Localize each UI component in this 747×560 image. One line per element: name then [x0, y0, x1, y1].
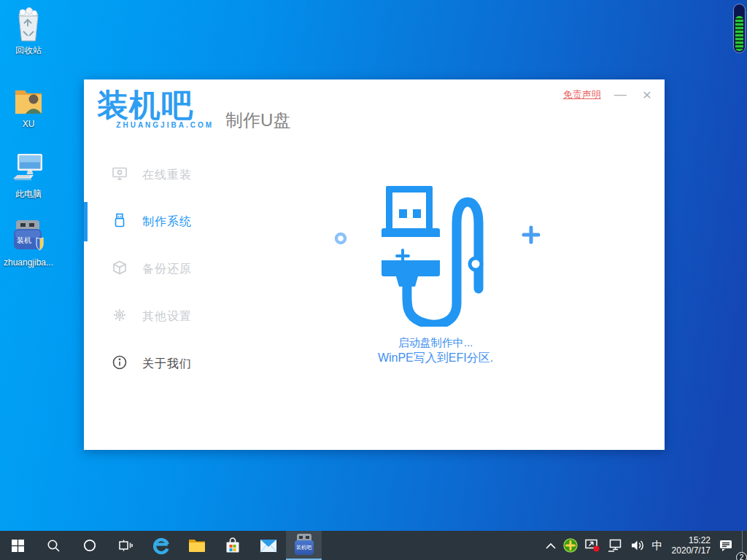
app-logo-text: 装机吧	[97, 88, 214, 122]
desktop-icon-label: 回收站	[1, 44, 55, 57]
decor-plus-right	[524, 228, 538, 242]
file-explorer-button[interactable]	[179, 531, 214, 560]
mail-button[interactable]	[250, 531, 286, 560]
chevron-up-icon	[546, 542, 556, 549]
usb-drive-icon	[112, 212, 128, 231]
tray-volume[interactable]	[627, 531, 649, 560]
notification-count-badge: 2	[736, 552, 747, 560]
taskbar-app-zhuangjiba[interactable]: 装机吧	[286, 531, 322, 560]
tray-antivirus[interactable]	[560, 531, 581, 560]
sidebar-item-label: 在线重装	[142, 168, 192, 183]
tray-network[interactable]	[604, 531, 627, 560]
tray-time: 15:22	[672, 535, 711, 545]
cortana-button[interactable]	[71, 531, 107, 560]
desktop: 回收站 XU 此电脑	[0, 0, 747, 560]
mail-icon	[260, 539, 277, 553]
minimize-button[interactable]: —	[611, 87, 630, 102]
taskbar: 装机吧	[0, 531, 747, 560]
task-view-button[interactable]	[107, 531, 143, 560]
network-ethernet-icon	[608, 539, 623, 552]
zhuangjiba-window: 装机吧 ZHUANGJIBA.COM 制作U盘 免责声明 — × 在线重装	[84, 79, 665, 450]
microsoft-store-button[interactable]	[214, 531, 250, 560]
desktop-icon-this-pc[interactable]: 此电脑	[1, 149, 55, 201]
page-title: 制作U盘	[225, 109, 290, 132]
info-circle-icon	[112, 354, 128, 373]
desktop-icon-label: XU	[1, 119, 55, 129]
close-button[interactable]: ×	[640, 85, 654, 104]
edge-browser-icon	[152, 536, 171, 555]
microsoft-store-icon	[224, 537, 241, 554]
settings-gear-icon	[112, 307, 128, 326]
this-pc-icon	[1, 149, 55, 186]
status-text: 启动盘制作中... WinPE写入到EFI分区.	[290, 335, 581, 365]
usb-plug-graphic	[382, 186, 481, 324]
tray-ime-indicator[interactable]: 中	[649, 531, 667, 560]
windows-logo-icon	[12, 540, 24, 552]
desktop-icon-user-folder[interactable]: XU	[1, 80, 55, 129]
usb-icon-text: 装机	[17, 236, 31, 244]
speaker-icon	[630, 539, 645, 552]
sidebar-item-other-settings[interactable]: 其他设置	[84, 298, 230, 335]
sidebar-item-about-us[interactable]: 关于我们	[84, 346, 230, 382]
backup-restore-icon	[112, 260, 128, 279]
desktop-icon-zhuangjiba-app[interactable]: 装机 zhuangjiba...	[1, 219, 55, 268]
sidebar-item-label: 其他设置	[142, 309, 192, 324]
usb-making-illustration	[332, 181, 543, 327]
decor-dot-left	[336, 234, 345, 243]
cortana-circle-icon	[83, 539, 96, 552]
search-button[interactable]	[36, 531, 71, 560]
tray-clock[interactable]: 15:22 2020/7/17	[667, 535, 716, 556]
action-center-button[interactable]: 2	[716, 531, 742, 560]
user-folder-icon	[1, 80, 55, 117]
search-icon	[47, 539, 61, 553]
status-line-2: WinPE写入到EFI分区.	[290, 350, 581, 365]
file-explorer-icon	[188, 538, 206, 553]
sidebar-item-label: 关于我们	[142, 357, 192, 372]
usb-write-progress-widget	[733, 4, 746, 53]
desktop-icon-label: zhuangjiba...	[1, 257, 55, 268]
tray-date: 2020/7/17	[672, 545, 711, 556]
recycle-bin-icon	[1, 6, 55, 42]
desktop-icon-label: 此电脑	[1, 188, 55, 201]
tray-cast-notification[interactable]	[581, 531, 604, 560]
sidebar-item-backup-restore[interactable]: 备份还原	[84, 251, 230, 287]
sidebar-item-label: 备份还原	[142, 262, 192, 277]
notification-icon	[719, 540, 733, 552]
zhuangjiba-usb-icon: 装机	[1, 219, 55, 255]
zhuangjiba-taskbar-icon: 装机吧	[295, 534, 314, 556]
desktop-icon-recycle-bin[interactable]: 回收站	[1, 6, 55, 57]
window-header-actions: 免责声明 — ×	[563, 85, 654, 104]
edge-button[interactable]	[143, 531, 179, 560]
sidebar-item-make-system[interactable]: 制作系统	[84, 203, 230, 240]
sidebar-item-online-reinstall[interactable]: 在线重装	[84, 157, 230, 193]
start-button[interactable]	[0, 531, 36, 560]
taskbar-left: 装机吧	[0, 531, 322, 560]
monitor-reinstall-icon	[112, 166, 128, 184]
taskbar-app-icon-label: 装机吧	[295, 540, 314, 555]
disclaimer-link[interactable]: 免责声明	[563, 88, 601, 101]
status-line-1: 启动盘制作中...	[290, 335, 581, 350]
task-view-icon	[118, 539, 133, 552]
system-tray: 中 15:22 2020/7/17 2	[542, 531, 745, 560]
usb-progress-fill	[735, 16, 743, 51]
cast-screen-icon	[585, 538, 600, 553]
app-logo: 装机吧 ZHUANGJIBA.COM	[97, 88, 214, 129]
antivirus-icon	[563, 538, 578, 553]
sidebar-item-label: 制作系统	[142, 214, 192, 230]
tray-chevron-up[interactable]	[542, 531, 560, 560]
